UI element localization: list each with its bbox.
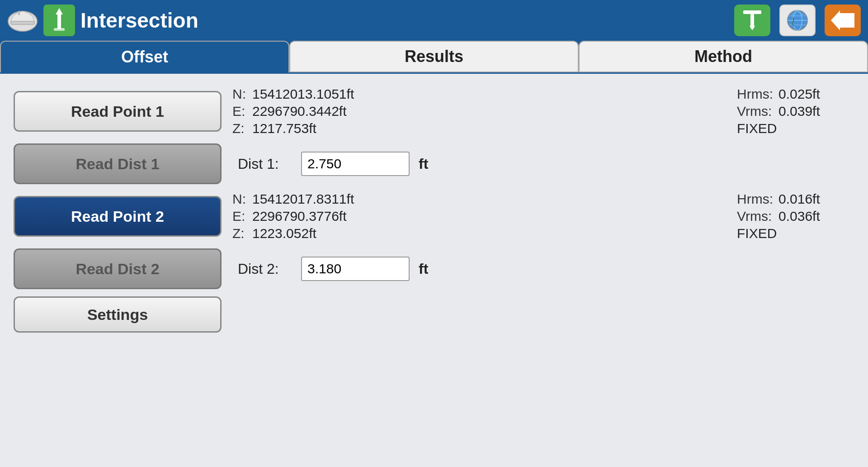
point1-n-row: N: 15412013.1051ft [232,86,726,102]
app-logo [7,4,38,37]
point2-z-row: Z: 1223.052ft [232,226,726,241]
page-title: Intersection [80,8,725,33]
read-point-2-button[interactable]: Read Point 2 [14,196,222,237]
svg-rect-2 [18,11,20,15]
back-button[interactable] [825,5,861,36]
dist1-input[interactable] [301,152,410,176]
point1-row: Read Point 1 N: 15412013.1051ft E: 22967… [14,86,854,136]
app-icon-green [43,5,75,36]
settings-row: Settings [14,296,854,333]
svg-rect-6 [743,10,761,14]
point1-rms: Hrms: 0.025ft Vrms: 0.039ft FIXED [737,86,854,136]
svg-marker-4 [56,8,63,14]
point1-e-row: E: 2296790.3442ft [232,104,726,119]
svg-marker-8 [750,26,755,30]
tab-offset[interactable]: Offset [0,41,289,72]
dist2-row: Read Dist 2 Dist 2: ft [14,248,854,289]
tab-results[interactable]: Results [289,41,579,72]
read-dist-1-button[interactable]: Read Dist 1 [14,143,222,184]
point1-z-row: Z: 1217.753ft [232,121,726,136]
content-area: Read Point 1 N: 15412013.1051ft E: 22967… [0,74,868,467]
header: Intersection [0,0,868,41]
read-dist-2-button[interactable]: Read Dist 2 [14,248,222,289]
dist1-row: Read Dist 1 Dist 1: ft [14,143,854,184]
settings-button[interactable]: Settings [14,296,222,333]
svg-rect-1 [11,21,34,24]
point2-n-row: N: 15412017.8311ft [232,191,726,207]
svg-rect-5 [54,28,65,31]
dist2-data: Dist 2: ft [232,257,854,281]
point2-data: N: 15412017.8311ft E: 2296790.3776ft Z: … [232,191,726,241]
tool-button[interactable] [734,5,770,36]
globe-button[interactable] [779,5,816,36]
point2-row: Read Point 2 N: 15412017.8311ft E: 22967… [14,191,854,241]
tab-method[interactable]: Method [579,41,868,72]
point2-rms: Hrms: 0.016ft Vrms: 0.036ft FIXED [737,191,854,241]
point2-e-row: E: 2296790.3776ft [232,209,726,224]
dist2-input[interactable] [301,257,410,281]
dist1-data: Dist 1: ft [232,152,854,176]
point1-data: N: 15412013.1051ft E: 2296790.3442ft Z: … [232,86,726,136]
tab-bar: Offset Results Method [0,41,868,74]
read-point-1-button[interactable]: Read Point 1 [14,91,222,132]
svg-marker-14 [831,10,854,30]
